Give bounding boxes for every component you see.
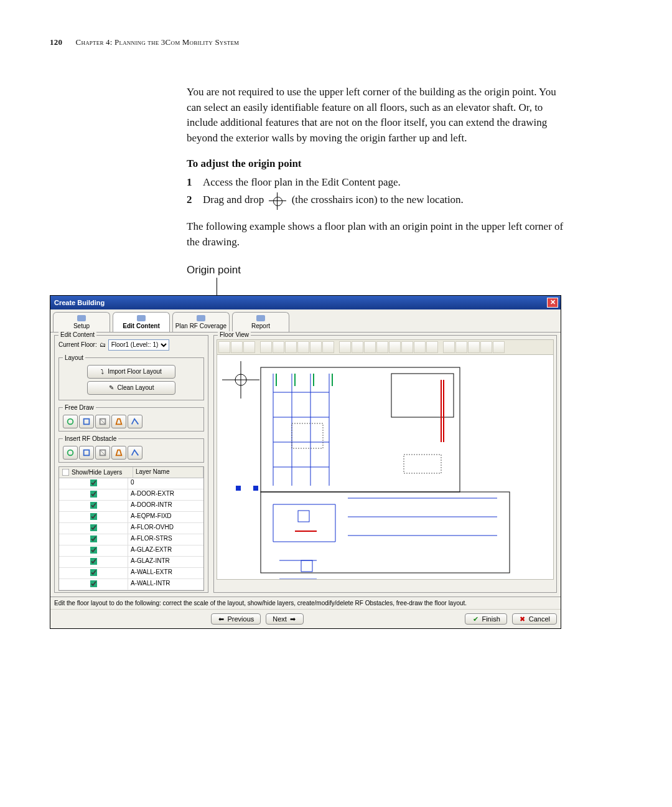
layer-row: A-DOOR-EXTR (59, 489, 203, 501)
fv-tool-f-icon[interactable] (455, 341, 467, 353)
svg-rect-27 (236, 486, 241, 491)
layer-row: A-EQPM-FIXD (59, 512, 203, 523)
svg-rect-26 (404, 455, 441, 473)
free-draw-tool-1[interactable] (63, 415, 78, 428)
layer-row: A-FLOR-STRS (59, 534, 203, 545)
layers-col-showhide[interactable]: Show/Hide Layers (59, 467, 133, 478)
layer-visibility-checkbox[interactable] (90, 580, 97, 587)
fv-tool-zoom-in-icon[interactable] (285, 341, 297, 353)
fv-tool-i-icon[interactable] (493, 341, 505, 353)
fv-tool-undo-icon[interactable] (364, 341, 376, 353)
layer-visibility-checkbox[interactable] (90, 490, 97, 498)
edit-content-icon (137, 315, 146, 321)
fv-tool-g-icon[interactable] (468, 341, 480, 353)
close-button[interactable]: ✕ (547, 298, 558, 308)
fv-tool-paste-icon[interactable] (352, 341, 363, 353)
rf-tool-1[interactable] (63, 446, 78, 460)
fv-tool-a-icon[interactable] (389, 341, 401, 353)
tab-plan-rf[interactable]: Plan RF Coverage (172, 312, 230, 332)
procedure-heading: To adjust the origin point (187, 158, 566, 170)
rf-obstacle-section: Insert RF Obstacle (58, 435, 204, 463)
rf-tool-2[interactable] (79, 446, 94, 460)
rf-tool-3[interactable] (95, 446, 110, 460)
intro-paragraph: You are not required to use the upper le… (187, 85, 566, 146)
clean-layout-button[interactable]: ✎ Clean Layout (87, 381, 175, 395)
body-text: You are not required to use the upper le… (187, 85, 566, 250)
layers-master-checkbox[interactable] (62, 468, 70, 476)
fv-tool-c-icon[interactable] (414, 341, 426, 353)
layer-visibility-checkbox[interactable] (90, 512, 97, 520)
origin-point-caption: Origin point (187, 264, 628, 276)
layer-row: A-WALL-INTR (59, 579, 203, 590)
fv-tool-copy-icon[interactable] (339, 341, 351, 353)
layout-section: Layout ⤵ Import Floor Layout ✎ Clean Lay… (58, 354, 204, 400)
fv-tool-grid-icon[interactable] (243, 341, 255, 353)
floor-plan-canvas[interactable] (217, 354, 554, 580)
setup-icon (77, 315, 86, 321)
svg-marker-4 (116, 418, 122, 424)
layer-visibility-checkbox[interactable] (90, 546, 97, 554)
layer-visibility-checkbox[interactable] (90, 557, 97, 565)
layers-scroll[interactable]: 0A-DOOR-EXTRA-DOOR-INTRA-EQPM-FIXDA-FLOR… (59, 478, 203, 590)
import-floor-layout-button[interactable]: ⤵ Import Floor Layout (87, 365, 175, 379)
fv-tool-d-icon[interactable] (426, 341, 438, 353)
fv-tool-fit-icon[interactable] (260, 341, 272, 353)
tab-report[interactable]: Report (232, 312, 289, 332)
fv-tool-h-icon[interactable] (480, 341, 492, 353)
rf-tool-5[interactable] (128, 446, 142, 460)
svg-rect-28 (253, 486, 258, 491)
fv-tool-zoom-icon[interactable] (273, 341, 284, 353)
current-floor-label: Current Floor: (58, 341, 97, 348)
current-floor-select[interactable]: Floor1 (Level:: 1) (108, 339, 169, 351)
layer-name: A-WALL-EXTR (128, 568, 203, 578)
layer-visibility-checkbox[interactable] (90, 479, 97, 486)
free-draw-tool-4[interactable] (111, 415, 126, 428)
caption-leader-line (217, 278, 217, 295)
svg-point-0 (68, 418, 73, 424)
finish-button[interactable]: ✔ Finish (465, 613, 506, 625)
import-icon: ⤵ (101, 368, 104, 375)
current-floor-row: Current Floor: 🗂 Floor1 (Level:: 1) (58, 339, 204, 351)
previous-button[interactable]: ⬅ Previous (211, 613, 261, 625)
svg-point-5 (68, 450, 73, 455)
layer-visibility-checkbox[interactable] (90, 569, 97, 576)
after-steps-paragraph: The following example shows a floor plan… (187, 219, 566, 250)
layer-name: A-FLOR-OVHD (128, 523, 203, 534)
tab-setup[interactable]: Setup (53, 312, 110, 332)
free-draw-tool-2[interactable] (79, 415, 94, 428)
page-header: 120 Chapter 4: Planning the 3Com Mobilit… (50, 37, 628, 47)
free-draw-tools (63, 415, 200, 428)
window-title: Create Building (54, 299, 105, 306)
layers-header: Show/Hide Layers Layer Name (59, 467, 203, 478)
layer-row: 0 (59, 478, 203, 489)
cancel-button[interactable]: ✖ Cancel (512, 613, 557, 625)
fv-tool-b-icon[interactable] (401, 341, 413, 353)
free-draw-tool-3[interactable] (95, 415, 110, 428)
layer-visibility-checkbox[interactable] (90, 524, 97, 531)
next-button[interactable]: Next ➡ (266, 613, 304, 625)
tab-edit-content[interactable]: Edit Content (113, 312, 170, 332)
layer-name: A-GLAZ-INTR (128, 557, 203, 567)
layer-name: A-DOOR-INTR (128, 501, 203, 511)
floor-plan-drawing (217, 355, 553, 580)
titlebar: Create Building ✕ (50, 296, 561, 309)
origin-crosshair-icon (222, 361, 259, 399)
fv-tool-eraser-icon[interactable] (231, 341, 243, 353)
fv-tool-zoom-out-icon[interactable] (297, 341, 309, 353)
fv-tool-e-icon[interactable] (443, 341, 455, 353)
free-draw-tool-5[interactable] (128, 415, 142, 428)
free-draw-section: Free Draw (58, 404, 204, 432)
rf-tool-4[interactable] (111, 446, 126, 460)
fv-tool-redo-icon[interactable] (376, 341, 388, 353)
layers-col-name[interactable]: Layer Name (133, 467, 203, 478)
work-area: Edit Content Current Floor: 🗂 Floor1 (Le… (50, 333, 561, 597)
fv-tool-scissors-icon[interactable] (218, 341, 230, 353)
fv-tool-print-icon[interactable] (322, 341, 334, 353)
app-window: Create Building ✕ Setup Edit Content Pla… (50, 295, 561, 629)
layer-visibility-checkbox[interactable] (90, 501, 97, 509)
arrow-left-icon: ⬅ (218, 615, 225, 623)
fv-tool-list-icon[interactable] (310, 341, 322, 353)
layer-visibility-checkbox[interactable] (90, 535, 97, 542)
crosshairs-icon (269, 194, 286, 209)
check-icon: ✔ (472, 615, 479, 623)
